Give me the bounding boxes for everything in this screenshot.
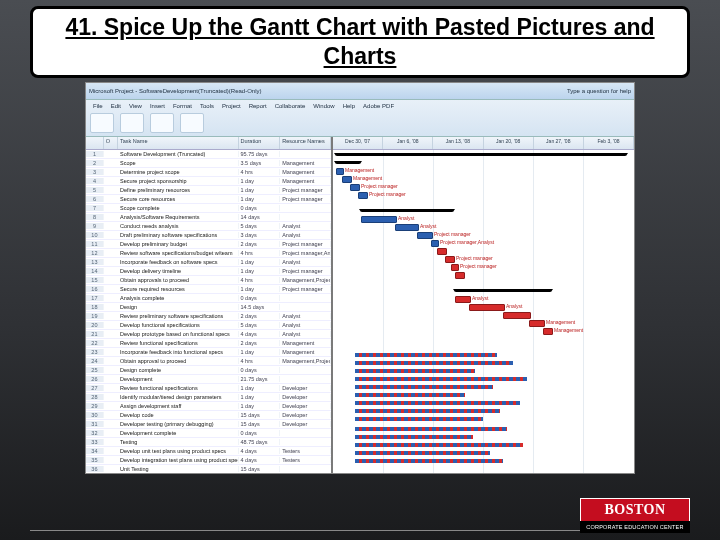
task-row[interactable]: 7 Scope complete0 days <box>86 204 331 213</box>
pasted-chart-bar <box>355 417 483 421</box>
task-row[interactable]: 18 Design14.5 days <box>86 303 331 312</box>
pasted-chart-bar <box>355 401 520 405</box>
task-row[interactable]: 31 Developer testing (primary debugging)… <box>86 420 331 429</box>
menu-window[interactable]: Window <box>310 103 337 109</box>
task-row[interactable]: 24 Obtain approval to proceed4 hrsManage… <box>86 357 331 366</box>
gantt-bar <box>445 256 455 263</box>
menu-project[interactable]: Project <box>219 103 244 109</box>
gantt-chart: Dec 30, '07 Jan 6, '08 Jan 13, '08 Jan 2… <box>333 137 634 473</box>
timescale-cell: Feb 3, '08 <box>584 137 634 149</box>
gantt-bar <box>342 176 352 183</box>
task-row[interactable]: 12 Review software specifications/budget… <box>86 249 331 258</box>
task-row[interactable]: 33 Testing48.75 days <box>86 438 331 447</box>
gantt-bar <box>358 192 368 199</box>
task-row[interactable]: 5 Define preliminary resources1 dayProje… <box>86 186 331 195</box>
task-row[interactable]: 36 Unit Testing15 days <box>86 465 331 473</box>
task-row[interactable]: 2 Scope3.5 daysManagement <box>86 159 331 168</box>
menu-format[interactable]: Format <box>170 103 195 109</box>
gantt-bar <box>350 184 360 191</box>
task-row[interactable]: 26 Development21.75 days <box>86 375 331 384</box>
gantt-bar <box>336 168 344 175</box>
task-row[interactable]: 9 Conduct needs analysis5 daysAnalyst <box>86 222 331 231</box>
task-row[interactable]: 21 Develop prototype based on functional… <box>86 330 331 339</box>
task-row[interactable]: 30 Develop code15 daysDeveloper <box>86 411 331 420</box>
app-title: Microsoft Project - SoftwareDevelopment(… <box>89 88 262 94</box>
col-duration: Duration <box>239 137 281 149</box>
gantt-label: Project manager <box>369 191 406 197</box>
timescale-cell: Jan 20, '08 <box>484 137 534 149</box>
menu-bar: File Edit View Insert Format Tools Proje… <box>86 100 634 111</box>
logo-top: BOSTON <box>580 498 690 521</box>
task-row[interactable]: 16 Secure required resources1 dayProject… <box>86 285 331 294</box>
toolbar-button[interactable] <box>120 113 144 133</box>
menu-help[interactable]: Help <box>340 103 358 109</box>
task-row[interactable]: 15 Obtain approvals to proceed4 hrsManag… <box>86 276 331 285</box>
task-row[interactable]: 25 Design complete0 days <box>86 366 331 375</box>
column-headers: O Task Name Duration Resource Names <box>86 137 331 150</box>
menu-view[interactable]: View <box>126 103 145 109</box>
pasted-chart-bar <box>355 369 475 373</box>
col-indicator: O <box>104 137 118 149</box>
task-row[interactable]: 28 Identify modular/tiered design parame… <box>86 393 331 402</box>
menu-report[interactable]: Report <box>246 103 270 109</box>
gantt-bar <box>529 320 545 327</box>
task-row[interactable]: 27 Review functional specifications1 day… <box>86 384 331 393</box>
pasted-chart-bar <box>355 377 527 381</box>
logo-bottom: CORPORATE EDUCATION CENTER <box>580 521 690 533</box>
gantt-label: Project manager <box>460 263 497 269</box>
task-row[interactable]: 29 Assign development staff1 dayDevelope… <box>86 402 331 411</box>
gantt-label: Management <box>554 327 583 333</box>
task-row[interactable]: 8 Analysis/Software Requirements14 days <box>86 213 331 222</box>
menu-tools[interactable]: Tools <box>197 103 217 109</box>
pasted-chart-bar <box>355 427 507 431</box>
gantt-label: Project manager <box>456 255 493 261</box>
task-row[interactable]: 1Software Development (Truncated)95.75 d… <box>86 150 331 159</box>
task-row[interactable]: 4 Secure project sponsorship1 dayManagem… <box>86 177 331 186</box>
menu-edit[interactable]: Edit <box>108 103 124 109</box>
timescale-cell: Jan 13, '08 <box>433 137 483 149</box>
menu-file[interactable]: File <box>90 103 106 109</box>
app-titlebar: Microsoft Project - SoftwareDevelopment(… <box>86 83 634 100</box>
task-row[interactable]: 22 Review functional specifications2 day… <box>86 339 331 348</box>
task-row[interactable]: 20 Develop functional specifications5 da… <box>86 321 331 330</box>
gantt-label: Analyst <box>398 215 414 221</box>
col-resource: Resource Names <box>280 137 331 149</box>
gantt-bar <box>361 216 397 223</box>
task-row[interactable]: 35 Develop integration test plans using … <box>86 456 331 465</box>
gantt-label: Management <box>546 319 575 325</box>
toolbar-button[interactable] <box>90 113 114 133</box>
gantt-bar <box>431 240 439 247</box>
gantt-bar <box>395 224 419 231</box>
toolbar-button[interactable] <box>150 113 174 133</box>
task-row[interactable]: 19 Review preliminary software specifica… <box>86 312 331 321</box>
pasted-chart-bar <box>355 353 497 357</box>
menu-insert[interactable]: Insert <box>147 103 168 109</box>
toolbar <box>86 111 634 135</box>
pasted-chart-bar <box>355 451 490 455</box>
gantt-summary-bar <box>336 153 626 156</box>
menu-adobe[interactable]: Adobe PDF <box>360 103 397 109</box>
gantt-label: Management <box>345 167 374 173</box>
gantt-summary-bar <box>336 161 360 164</box>
timescale: Dec 30, '07 Jan 6, '08 Jan 13, '08 Jan 2… <box>333 137 634 150</box>
task-row[interactable]: 13 Incorporate feedback on software spec… <box>86 258 331 267</box>
menu-collaborate[interactable]: Collaborate <box>272 103 309 109</box>
task-row[interactable]: 23 Incorporate feedback into functional … <box>86 348 331 357</box>
task-row[interactable]: 6 Secure core resources1 dayProject mana… <box>86 195 331 204</box>
task-row[interactable]: 10 Draft preliminary software specificat… <box>86 231 331 240</box>
task-row[interactable]: 3 Determine project scope4 hrsManagement <box>86 168 331 177</box>
pasted-chart-bar <box>355 409 500 413</box>
pasted-chart-bar <box>355 385 493 389</box>
workspace: O Task Name Duration Resource Names 1Sof… <box>86 137 634 473</box>
task-row[interactable]: 32 Development complete0 days <box>86 429 331 438</box>
toolbar-button[interactable] <box>180 113 204 133</box>
gantt-bar <box>417 232 433 239</box>
task-row[interactable]: 14 Develop delivery timeline1 dayProject… <box>86 267 331 276</box>
task-row[interactable]: 11 Develop preliminary budget2 daysProje… <box>86 240 331 249</box>
task-row[interactable]: 17 Analysis complete0 days <box>86 294 331 303</box>
task-row[interactable]: 34 Develop unit test plans using product… <box>86 447 331 456</box>
col-rownum <box>86 137 104 149</box>
gantt-label: Project manager,Analyst <box>440 239 494 245</box>
pasted-chart-bar <box>355 443 523 447</box>
gantt-label: Project manager <box>434 231 471 237</box>
